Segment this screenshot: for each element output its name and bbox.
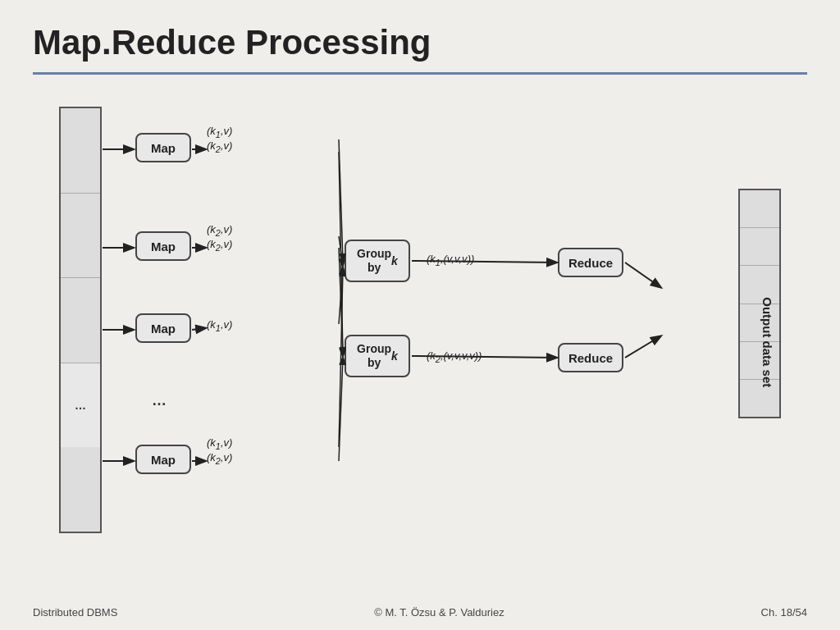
- kv-map3: (k1,v): [207, 318, 232, 333]
- dots-label: …: [152, 392, 167, 409]
- diagram-area: Input data set … Map Map Map Map (k1,v)(…: [25, 90, 815, 597]
- svg-line-12: [339, 152, 343, 356]
- kv-mapn: (k1,v)(k2,v): [207, 436, 232, 465]
- svg-line-9: [339, 236, 343, 266]
- input-row-dots: …: [61, 363, 100, 448]
- input-data-box: …: [59, 107, 102, 533]
- map-box-3: Map: [135, 313, 191, 343]
- input-row-1: [61, 108, 100, 194]
- svg-line-18: [625, 336, 660, 358]
- group-box-2: Groupby k: [345, 335, 410, 377]
- svg-line-17: [625, 262, 660, 287]
- output-label: Output data set: [760, 297, 774, 387]
- svg-line-10: [339, 248, 343, 354]
- map-box-n: Map: [135, 445, 191, 474]
- group-box-1: Groupby k: [345, 240, 410, 282]
- map-box-2: Map: [135, 231, 191, 261]
- kv-map1: (k1,v)(k2,v): [207, 125, 232, 153]
- tuple-group2: (k2,(v,v,v,v)): [427, 349, 482, 364]
- reduce-box-2: Reduce: [558, 343, 623, 372]
- tuple-group1: (k1,(v,v,v)): [427, 253, 474, 267]
- input-row-2: [61, 194, 100, 279]
- slide: Map.Reduce Processing Input data set … M…: [0, 0, 840, 630]
- svg-line-8: [339, 139, 343, 261]
- reduce-box-1: Reduce: [558, 248, 623, 277]
- footer: Distributed DBMS © M. T. Özsu & P. Valdu…: [33, 606, 807, 619]
- input-row-n: [61, 447, 100, 532]
- input-row-3: [61, 278, 100, 363]
- footer-right: Ch. 18/54: [761, 606, 807, 619]
- title-divider: [33, 72, 807, 75]
- page-title: Map.Reduce Processing: [0, 0, 840, 62]
- kv-map2: (k2,v)(k2,v): [207, 223, 232, 252]
- output-row-2: [740, 228, 779, 266]
- svg-line-6: [192, 328, 205, 330]
- arrows-svg: [25, 90, 815, 597]
- svg-line-14: [339, 358, 343, 461]
- footer-center: © M. T. Özsu & P. Valduriez: [374, 606, 504, 619]
- output-row-1: [740, 190, 779, 228]
- svg-line-11: [339, 267, 343, 324]
- map-box-1: Map: [135, 133, 191, 162]
- footer-left: Distributed DBMS: [33, 606, 117, 619]
- svg-line-13: [339, 269, 343, 447]
